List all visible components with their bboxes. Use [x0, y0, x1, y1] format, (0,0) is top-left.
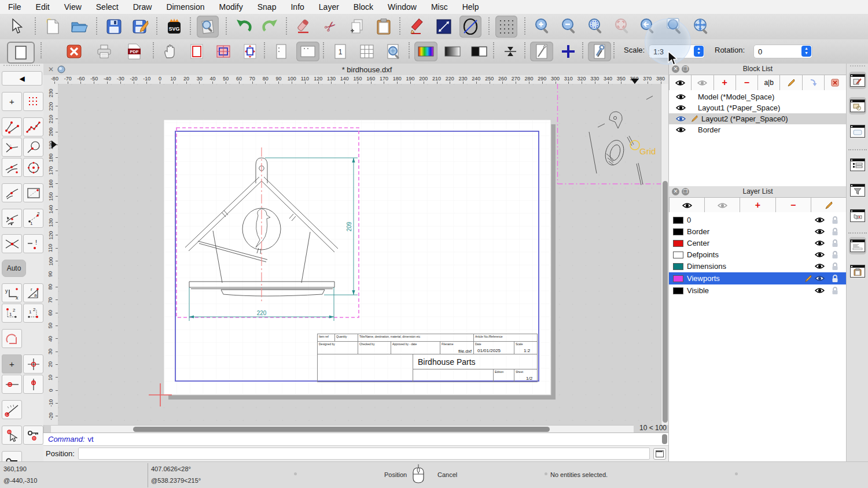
- print-button[interactable]: [93, 42, 116, 61]
- rotation-combo[interactable]: 0 ▲▼: [753, 45, 812, 58]
- tab-close-icon[interactable]: ✕: [48, 65, 54, 73]
- angle-protractor-button[interactable]: [2, 400, 22, 419]
- snap-on-entity-button[interactable]: [23, 117, 43, 136]
- eye-icon[interactable]: [815, 275, 825, 282]
- snap-endpoints-button[interactable]: [2, 117, 22, 136]
- menu-item[interactable]: Window: [388, 2, 417, 12]
- eye-icon[interactable]: [676, 105, 686, 111]
- undo-button[interactable]: [233, 16, 255, 38]
- paper-border-icon[interactable]: [185, 42, 208, 61]
- snap-grid-button[interactable]: [23, 92, 43, 111]
- block-row-layout2[interactable]: Layout2 (*Paper_Space0): [669, 113, 847, 124]
- pan-hand-icon[interactable]: [159, 42, 182, 61]
- purge-block-button[interactable]: [825, 75, 847, 91]
- relative-polar-button[interactable]: 12: [23, 304, 43, 323]
- relative-cartesian-button[interactable]: 12: [2, 304, 22, 323]
- menu-item[interactable]: Info: [290, 2, 304, 12]
- clipboard-panel-toggle[interactable]: [849, 263, 866, 280]
- lock-icon[interactable]: [832, 263, 838, 271]
- eraser-icon[interactable]: [293, 16, 315, 38]
- page-preview-toggle[interactable]: [7, 42, 35, 64]
- ellipse-tool-icon[interactable]: [459, 16, 481, 38]
- rename-block-button[interactable]: a|b: [758, 75, 780, 91]
- layer-color-swatch[interactable]: [673, 217, 683, 224]
- layer-color-swatch[interactable]: [673, 263, 683, 270]
- blackwhite-mode-icon[interactable]: [468, 42, 491, 61]
- menu-item[interactable]: Layer: [319, 2, 339, 12]
- vertical-scrollbar[interactable]: [661, 84, 669, 425]
- command-line-toggle[interactable]: [849, 237, 866, 254]
- layer-row-0[interactable]: 0: [669, 215, 847, 225]
- layer-row-visible[interactable]: Visible: [669, 285, 847, 296]
- rotation-stepper[interactable]: ▲▼: [801, 46, 811, 57]
- zoom-out-button[interactable]: [558, 16, 580, 38]
- menu-item[interactable]: Draw: [133, 2, 152, 12]
- show-all-layers-button[interactable]: [669, 197, 705, 213]
- snap-reference-button[interactable]: [23, 183, 43, 202]
- pdf-export-button[interactable]: PDF: [123, 42, 146, 61]
- block-row-border[interactable]: Border: [669, 124, 847, 135]
- drawing-canvas[interactable]: 209 220 Grid Item ref Quanti: [58, 84, 661, 425]
- color-mode-icon[interactable]: [414, 42, 437, 61]
- eye-icon[interactable]: [676, 116, 686, 122]
- block-row-model[interactable]: Model (*Model_Space): [669, 91, 847, 102]
- menu-item[interactable]: View: [64, 2, 82, 12]
- mirror-vertical-icon[interactable]: [499, 42, 522, 61]
- page-portrait-icon[interactable]: [270, 42, 293, 61]
- snap-perpendicular-button[interactable]: [23, 138, 43, 157]
- menu-item[interactable]: Snap: [258, 2, 277, 12]
- block-list-float-icon[interactable]: ❐: [682, 65, 689, 73]
- hide-all-layers-button[interactable]: [705, 197, 740, 213]
- grid-toggle-icon[interactable]: [495, 16, 517, 38]
- command-scrollbar-thumb[interactable]: [662, 434, 667, 444]
- new-document-button[interactable]: [42, 16, 64, 38]
- show-all-blocks-button[interactable]: [669, 75, 692, 91]
- layer-row-dimensions[interactable]: Dimensions: [669, 261, 847, 272]
- menu-item[interactable]: Modify: [219, 2, 243, 12]
- lock-icon[interactable]: [832, 275, 838, 283]
- add-block-button[interactable]: +: [714, 75, 736, 91]
- snap-auto-button[interactable]: Auto: [2, 260, 26, 277]
- restrict-both-button[interactable]: [23, 354, 43, 374]
- remove-layer-button[interactable]: −: [776, 197, 811, 213]
- multi-page-icon[interactable]: [355, 42, 378, 61]
- property-list-toggle[interactable]: [849, 156, 866, 173]
- lock-relative-zero-button[interactable]: [23, 426, 43, 445]
- grayscale-mode-icon[interactable]: [441, 42, 464, 61]
- line-tool-icon[interactable]: [433, 16, 455, 38]
- layer-row-border[interactable]: Border: [669, 226, 847, 237]
- restrict-orthogonal-button[interactable]: [2, 329, 22, 348]
- snap-center-button[interactable]: [23, 158, 43, 177]
- layer-row-defpoints[interactable]: Defpoints: [669, 249, 847, 260]
- eye-icon[interactable]: [676, 94, 686, 100]
- eye-icon[interactable]: [815, 217, 825, 223]
- add-layer-button[interactable]: +: [740, 197, 775, 213]
- palette-drag-handle[interactable]: [3, 65, 40, 70]
- lock-icon[interactable]: [832, 239, 838, 247]
- block-row-layout1[interactable]: Layout1 (*Paper_Space): [669, 102, 847, 113]
- auto-zoom-button[interactable]: [584, 16, 606, 38]
- snap-middle-button[interactable]: 12: [23, 209, 43, 228]
- restrict-vertical-button[interactable]: [23, 375, 43, 394]
- horizontal-scrollbar-thumb[interactable]: [133, 427, 550, 432]
- eye-icon[interactable]: [815, 252, 825, 258]
- coordinate-cartesian-button[interactable]: yx: [2, 283, 22, 302]
- command-history[interactable]: Command: vt: [43, 432, 668, 446]
- open-document-button[interactable]: [68, 16, 90, 38]
- block-insert-toggle[interactable]: [849, 207, 866, 224]
- insert-block-button[interactable]: [803, 75, 825, 91]
- snap-intersection-manual-button[interactable]: !: [23, 234, 43, 253]
- pencil-tool-icon[interactable]: [406, 16, 428, 38]
- zoom-page-icon[interactable]: [382, 42, 405, 61]
- layer-color-swatch[interactable]: [673, 275, 683, 282]
- restrict-horizontal-button[interactable]: [2, 375, 22, 394]
- snap-tangential-button[interactable]: [2, 209, 22, 228]
- snap-tangent-button[interactable]: [2, 158, 22, 177]
- layer-list-float-icon[interactable]: ❐: [682, 188, 689, 195]
- copy-button[interactable]: [346, 16, 368, 38]
- horizontal-scrollbar[interactable]: [51, 425, 634, 433]
- set-relative-zero-button[interactable]: [2, 426, 22, 445]
- menu-item[interactable]: File: [8, 2, 21, 12]
- snap-free-button[interactable]: +: [2, 92, 22, 111]
- snap-back-button[interactable]: ◀: [2, 71, 42, 86]
